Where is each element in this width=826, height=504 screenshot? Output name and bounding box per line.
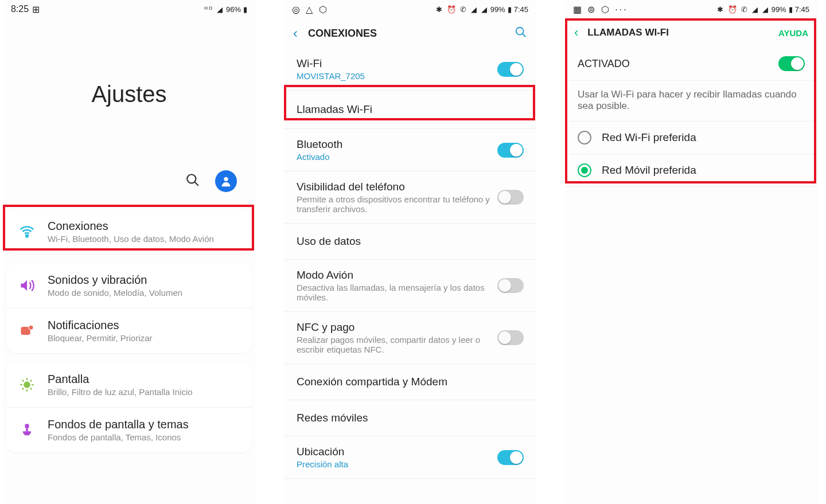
conn-wifi[interactable]: Wi-Fi MOVISTAR_7205	[284, 48, 536, 91]
conn-mobile-networks[interactable]: Redes móviles	[284, 400, 536, 436]
svg-line-14	[22, 388, 24, 389]
search-icon[interactable]	[515, 26, 527, 41]
wifi-toggle[interactable]	[497, 62, 524, 77]
conn-data-usage[interactable]: Uso de datos	[284, 224, 536, 260]
item-sub: Wi-Fi, Bluetooth, Uso de datos, Modo Avi…	[48, 234, 240, 244]
conn-llamadas-wifi[interactable]: Llamadas Wi-Fi	[284, 91, 536, 129]
item-sub: Precisión alta	[297, 459, 492, 469]
settings-item-conexiones[interactable]: Conexiones Wi-Fi, Bluetooth, Uso de dato…	[6, 209, 252, 254]
visibility-toggle[interactable]	[497, 190, 524, 205]
brightness-icon	[18, 376, 36, 394]
settings-item-pantalla[interactable]: Pantalla Brillo, Filtro de luz azul, Pan…	[6, 362, 252, 408]
radio-label: Red Wi-Fi preferida	[602, 131, 696, 144]
radio-mobile-preferred[interactable]: Red Móvil preferida	[565, 154, 817, 187]
conn-nfc[interactable]: NFC y pago Realizar pagos móviles, compa…	[284, 312, 536, 364]
wifi-calling-desc: Usar la Wi-Fi para hacer y recibir llama…	[565, 81, 817, 122]
status-icons-left: ◎ △ ⬡	[292, 4, 329, 15]
status-bar: ▦ ⊚ ⬡ ··· ✱ ⏰ ✆ ◢ ◢ 99% ▮ 7:45	[565, 0, 817, 18]
svg-point-3	[26, 235, 28, 237]
radio-icon[interactable]	[578, 131, 591, 144]
item-title: NFC y pago	[297, 321, 492, 334]
status-signals: ᴴᴰ ◢	[204, 5, 224, 14]
svg-point-0	[187, 174, 196, 183]
page-title: Ajustes	[3, 81, 255, 107]
settings-item-sonidos[interactable]: Sonidos y vibración Modo de sonido, Melo…	[6, 263, 252, 308]
item-sub: Brillo, Filtro de luz azul, Pantalla Ini…	[48, 387, 240, 397]
svg-line-13	[30, 388, 32, 389]
airplane-toggle[interactable]	[497, 278, 524, 293]
status-bar: ◎ △ ⬡ ✱ ⏰ ✆ ◢ ◢ 99% ▮ 7:45	[284, 0, 536, 18]
wallpaper-icon	[18, 421, 36, 439]
back-icon[interactable]: ‹	[293, 25, 298, 41]
status-icon: ⊞	[32, 4, 40, 15]
status-battery: 99%	[490, 5, 505, 14]
profile-avatar[interactable]	[215, 170, 237, 192]
radio-wifi-preferred[interactable]: Red Wi-Fi preferida	[565, 122, 817, 154]
item-title: Llamadas Wi-Fi	[297, 103, 518, 116]
status-battery: 99%	[772, 5, 786, 14]
location-toggle[interactable]	[497, 450, 524, 465]
item-title: Redes móviles	[297, 412, 518, 424]
status-icons: ✱ ⏰ ✆ ◢ ◢	[717, 5, 769, 14]
settings-item-notificaciones[interactable]: Notificaciones Bloquear, Permitir, Prior…	[6, 308, 252, 353]
conn-airplane[interactable]: Modo Avión Desactiva las llamadas, la me…	[284, 260, 536, 312]
battery-icon: ▮	[508, 5, 512, 14]
item-sub: Fondos de pantalla, Temas, Iconos	[48, 432, 240, 442]
item-title: Bluetooth	[297, 138, 492, 151]
item-sub: MOVISTAR_7205	[297, 71, 492, 81]
radio-icon[interactable]	[578, 163, 591, 177]
back-icon[interactable]: ‹	[574, 25, 578, 40]
item-sub: Modo de sonido, Melodía, Volumen	[48, 288, 240, 298]
sound-icon	[18, 276, 36, 295]
bluetooth-toggle[interactable]	[497, 143, 524, 158]
activado-label: ACTIVADO	[578, 58, 778, 70]
conn-bluetooth[interactable]: Bluetooth Activado	[284, 129, 536, 171]
conn-tethering[interactable]: Conexión compartida y Módem	[284, 364, 536, 400]
item-title: Wi-Fi	[297, 57, 492, 70]
svg-point-7	[24, 381, 30, 388]
status-time: 7:45	[795, 5, 809, 14]
settings-card-sounds: Sonidos y vibración Modo de sonido, Melo…	[6, 263, 252, 353]
search-icon[interactable]	[185, 173, 200, 190]
item-sub: Desactiva las llamadas, la mensajería y …	[297, 283, 492, 302]
item-title: Fondos de pantalla y temas	[48, 418, 240, 431]
svg-line-12	[22, 380, 24, 381]
svg-line-19	[523, 34, 526, 37]
item-title: Ubicación	[297, 446, 492, 458]
status-time: 7:45	[514, 5, 528, 14]
status-battery: 96%	[226, 5, 241, 14]
item-sub: Activado	[297, 152, 492, 162]
settings-card-display: Pantalla Brillo, Filtro de luz azul, Pan…	[6, 362, 252, 452]
item-title: Conexiones	[48, 220, 240, 233]
conn-visibility[interactable]: Visibilidad del teléfono Permite a otros…	[284, 171, 536, 224]
svg-line-15	[30, 380, 32, 381]
header-title: LLAMADAS WI-FI	[587, 27, 769, 38]
phone-wifi-calling: ▦ ⊚ ⬡ ··· ✱ ⏰ ✆ ◢ ◢ 99% ▮ 7:45 ‹ LLAMADA…	[565, 0, 817, 504]
header-bar: ‹ LLAMADAS WI-FI AYUDA	[565, 18, 817, 47]
svg-rect-16	[25, 424, 29, 428]
status-time: 8:25	[11, 4, 29, 14]
item-sub: Realizar pagos móviles, compartir datos …	[297, 335, 492, 354]
settings-item-fondos[interactable]: Fondos de pantalla y temas Fondos de pan…	[6, 408, 252, 452]
header-title: CONEXIONES	[308, 28, 504, 40]
activado-toggle[interactable]	[778, 56, 805, 71]
notification-icon	[18, 322, 36, 340]
item-title: Notificaciones	[48, 319, 240, 332]
status-icons: ✱ ⏰ ✆ ◢ ◢	[436, 5, 488, 14]
help-link[interactable]: AYUDA	[778, 28, 808, 38]
settings-card-connections: Conexiones Wi-Fi, Bluetooth, Uso de dato…	[6, 209, 252, 254]
activado-row[interactable]: ACTIVADO	[565, 47, 817, 81]
phone-connections: ◎ △ ⬡ ✱ ⏰ ✆ ◢ ◢ 99% ▮ 7:45 ‹ CONEXIONES …	[284, 0, 536, 504]
battery-icon: ▮	[789, 5, 793, 14]
item-title: Visibilidad del teléfono	[297, 181, 492, 193]
item-title: Modo Avión	[297, 269, 492, 282]
svg-line-1	[194, 182, 198, 186]
nfc-toggle[interactable]	[497, 330, 524, 345]
item-title: Conexión compartida y Módem	[297, 376, 518, 388]
radio-label: Red Móvil preferida	[602, 164, 696, 177]
item-title: Sonidos y vibración	[48, 274, 240, 287]
conn-location[interactable]: Ubicación Precisión alta	[284, 436, 536, 479]
svg-point-6	[29, 326, 33, 330]
status-bar: 8:25 ⊞ ᴴᴰ ◢ 96% ▮	[3, 0, 255, 18]
svg-point-18	[516, 28, 524, 35]
